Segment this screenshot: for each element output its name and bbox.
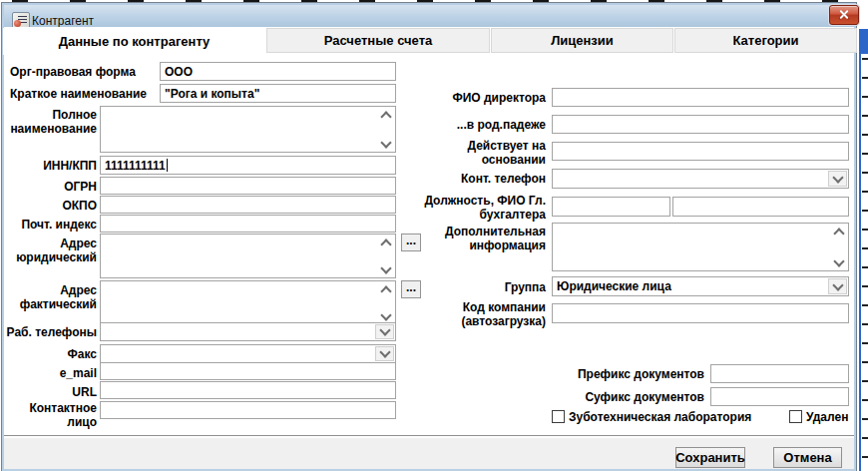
doc-prefix-label: Префикс документов: [559, 367, 704, 381]
accountant-name-input[interactable]: [672, 197, 849, 217]
chevron-down-icon[interactable]: [375, 324, 394, 339]
contact-phone-combobox[interactable]: [552, 169, 849, 189]
full-name-textarea[interactable]: [100, 106, 396, 153]
ogrn-label: ОГРН: [5, 180, 97, 194]
acts-on-basis-label: Действует на основании: [426, 139, 546, 167]
url-label: URL: [5, 385, 97, 399]
scroll-down-icon[interactable]: [380, 311, 392, 321]
legal-address-textarea[interactable]: [100, 234, 396, 278]
work-phones-label: Раб. телефоны: [5, 325, 97, 339]
save-button[interactable]: Сохранить: [675, 447, 745, 468]
tab-counterparty-data[interactable]: Данные по контрагенту: [3, 28, 265, 55]
fax-combobox[interactable]: [100, 344, 396, 363]
chevron-down-icon[interactable]: [828, 278, 847, 294]
okpo-label: ОКПО: [5, 199, 97, 213]
background-window-edge: [859, 54, 861, 471]
work-phones-combobox[interactable]: [100, 322, 396, 341]
legal-address-browse-button[interactable]: ...: [401, 234, 421, 251]
deleted-checkbox-label: Удален: [806, 410, 848, 424]
actual-address-browse-button[interactable]: ...: [401, 280, 421, 298]
accountant-label: Должность, ФИО Гл. бухгалтера: [411, 194, 546, 222]
legal-address-label: Адрес юридический: [5, 236, 97, 264]
group-combobox[interactable]: Юридические лица: [552, 276, 849, 296]
text-caret: [167, 159, 168, 172]
postal-index-input[interactable]: [100, 215, 396, 233]
scroll-up-icon[interactable]: [380, 284, 392, 294]
scroll-up-icon[interactable]: [380, 110, 392, 120]
director-name-label: ФИО директора: [426, 91, 546, 105]
title-bar[interactable]: Контрагент: [4, 5, 854, 28]
short-name-input[interactable]: "Рога и копыта": [160, 84, 396, 103]
scroll-down-icon[interactable]: [833, 257, 845, 267]
close-button[interactable]: [829, 5, 859, 25]
url-input[interactable]: [100, 381, 396, 399]
accountant-position-input[interactable]: [552, 197, 670, 217]
chevron-down-icon[interactable]: [828, 171, 847, 187]
chevron-down-icon[interactable]: [375, 346, 394, 361]
scroll-up-icon[interactable]: [380, 237, 392, 247]
contact-person-label: Контактное лицо: [5, 401, 97, 429]
contact-phone-label: Конт. телефон: [426, 172, 546, 186]
actual-address-label: Адрес фактический: [5, 283, 97, 311]
doc-suffix-label: Суфикс документов: [559, 390, 704, 404]
doc-suffix-input[interactable]: [710, 387, 849, 406]
tab-licenses[interactable]: Лицензии: [491, 28, 673, 53]
additional-info-label: Дополнительная информация: [426, 225, 546, 252]
postal-index-label: Почт. индекс: [5, 218, 97, 232]
red-seal-icon: [14, 20, 21, 27]
additional-info-textarea[interactable]: [552, 223, 849, 271]
scroll-up-icon[interactable]: [833, 227, 845, 236]
actual-address-textarea[interactable]: [100, 280, 396, 325]
close-icon: [838, 9, 849, 20]
company-code-input[interactable]: [552, 303, 849, 323]
tab-settlement-accounts[interactable]: Расчетные счета: [266, 28, 490, 53]
email-input[interactable]: [100, 362, 396, 380]
cancel-button[interactable]: Отмена: [773, 447, 842, 468]
contact-person-input[interactable]: [100, 401, 396, 419]
org-form-label: Орг-правовая форма: [10, 65, 136, 79]
fax-label: Факс: [5, 347, 97, 361]
background-window-blue-block: [859, 29, 868, 54]
acts-on-basis-input[interactable]: [552, 142, 849, 161]
group-label: Группа: [426, 280, 546, 294]
short-name-label: Краткое наименование: [10, 87, 147, 101]
director-name-input[interactable]: [552, 88, 849, 107]
dental-lab-checkbox[interactable]: [552, 410, 565, 423]
inn-kpp-label: ИНН/КПП: [5, 159, 97, 173]
full-name-label: Полное наименование: [5, 108, 97, 136]
scroll-down-icon[interactable]: [380, 139, 392, 149]
scroll-down-icon[interactable]: [380, 264, 392, 274]
okpo-input[interactable]: [100, 196, 396, 214]
tab-categories[interactable]: Категории: [674, 28, 857, 53]
deleted-checkbox[interactable]: [789, 410, 802, 423]
director-genitive-input[interactable]: [552, 115, 849, 134]
dental-lab-checkbox-label: Зуботехническая лаборатория: [569, 410, 751, 424]
doc-prefix-input[interactable]: [710, 364, 849, 383]
director-genitive-label: ...в род.падеже: [426, 118, 546, 132]
email-label: e_mail: [5, 366, 97, 380]
inn-kpp-input[interactable]: 1111111111: [100, 156, 396, 175]
org-form-input[interactable]: ООО: [160, 62, 396, 81]
ogrn-input[interactable]: [100, 177, 396, 195]
company-code-label: Код компании (автозагрузка): [426, 300, 546, 328]
window-title: Контрагент: [32, 14, 94, 28]
screen: Контрагент Данные по контрагенту Расчетн…: [0, 0, 868, 471]
background-grid-ticks: [862, 58, 868, 471]
